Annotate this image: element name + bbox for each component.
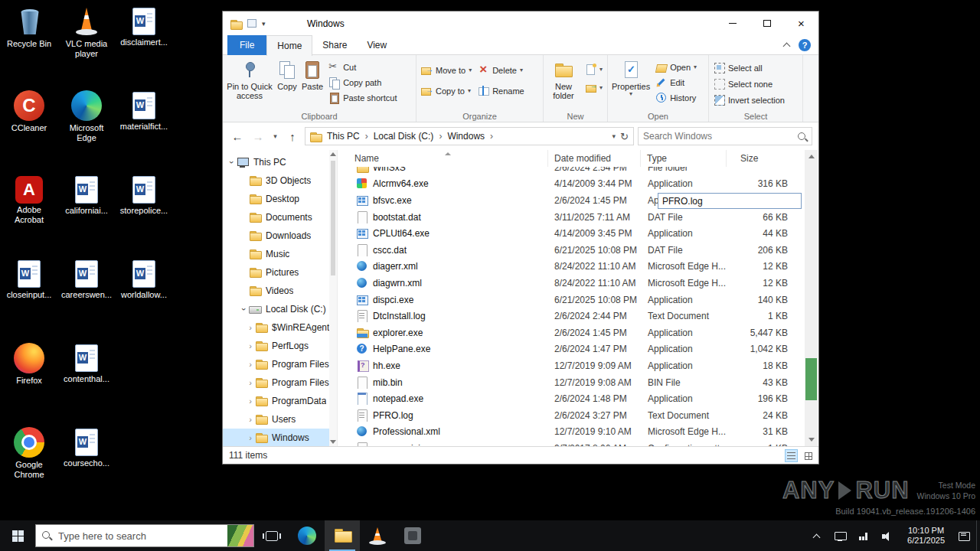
sidebar-item-music[interactable]: Music [223,245,330,263]
desktop-icon-californiai[interactable]: californiai... [59,174,114,254]
help-button[interactable]: ? [799,39,811,51]
invert-selection-button[interactable]: Invert selection [710,93,788,106]
edge-taskbar-button[interactable] [289,520,325,551]
desktop-icon-storepolice[interactable]: storepolice... [116,174,172,254]
action-center-button[interactable] [952,520,976,551]
sort-ascending-icon[interactable] [445,152,451,155]
properties-button[interactable]: Properties▾ [609,57,652,96]
select-none-button[interactable]: Select none [710,77,788,90]
expanded-arrow-icon[interactable]: › [240,305,249,314]
file-row-progress-ini[interactable]: progress.ini9/7/2017 8:06 AMConfiguratio… [338,440,803,446]
easy-access-button[interactable]: ▾ [582,81,606,94]
tab-file[interactable]: File [227,35,266,55]
ribbon-collapse-button[interactable] [784,41,789,49]
history-button[interactable]: History [652,91,700,104]
file-row-alcrmv64-exe[interactable]: Alcrmv64.exe4/14/2009 3:44 PMApplication… [338,176,803,193]
chevron-right-icon[interactable]: › [437,131,443,142]
chevron-right-icon[interactable]: › [488,131,495,142]
tab-home[interactable]: Home [266,35,312,56]
sidebar-item-users[interactable]: ›Users [223,410,330,429]
scroll-down-icon[interactable] [330,440,336,444]
show-desktop-button[interactable] [976,520,980,551]
icons-view-button[interactable] [802,449,815,462]
file-row-winsxs[interactable]: WinSxS2/6/2024 2:54 PMFile folder [338,167,803,176]
up-button[interactable]: ↑ [284,130,301,143]
maximize-button[interactable] [750,11,784,35]
volume-button[interactable] [876,520,900,551]
close-button[interactable]: × [784,11,818,35]
cut-button[interactable]: Cut [325,60,400,73]
file-row-cscc-dat[interactable]: cscc.dat6/21/2025 10:08 PMDAT File206 KB [338,242,803,259]
collapsed-arrow-icon[interactable]: › [246,360,255,369]
sidebar-item-programdata[interactable]: ›ProgramData [223,392,330,410]
file-row-bootstat-dat[interactable]: bootstat.dat3/11/2025 7:11 AMDAT File66 … [338,209,803,226]
collapsed-arrow-icon[interactable]: › [246,396,255,406]
file-row-mib-bin[interactable]: mib.bin12/7/2019 9:08 AMBIN File43 KB [338,374,803,391]
forward-button[interactable]: → [250,130,266,143]
desktop-icon-microsoft-edge[interactable]: Microsoft Edge [59,90,114,170]
new-item-button[interactable]: ▾ [582,63,606,76]
minimize-button[interactable] [715,11,750,35]
start-button[interactable] [0,520,35,551]
taskbar-clock[interactable]: 10:10 PM 6/21/2025 [900,526,952,546]
desktop-icon-closeinput[interactable]: closeinput... [2,259,57,338]
copy-button[interactable]: Copy [275,57,299,91]
file-explorer-taskbar-button[interactable] [325,520,360,551]
desktop-icon-contenthal[interactable]: contenthal... [59,343,114,422]
breadcrumb-item-local-disk-c[interactable]: Local Disk (C:) [370,129,438,143]
file-row-diagwrn-xml[interactable]: diagwrn.xml8/24/2022 11:10 AMMicrosoft E… [338,275,803,292]
sidebar-item-windows[interactable]: ›Windows [223,429,330,446]
desktop-icon-adobe-acrobat[interactable]: Adobe Acrobat [2,174,57,254]
select-all-button[interactable]: Select all [710,61,788,74]
task-view-button[interactable] [254,520,289,551]
file-list-scrollbar[interactable] [805,150,818,446]
copy-to-button[interactable]: Copy to▾ [418,84,475,97]
column-header-type[interactable]: Type [641,150,727,167]
title-bar[interactable]: ▾ Windows × [223,11,818,35]
back-button[interactable]: ← [229,130,246,143]
search-input[interactable] [639,131,812,142]
sidebar-item-pictures[interactable]: Pictures [223,263,330,282]
collapsed-arrow-icon[interactable]: › [246,378,255,387]
file-row-hh-exe[interactable]: hh.exe12/7/2019 9:09 AMApplication18 KB [338,357,803,374]
hidden-icons-button[interactable] [805,520,828,551]
qat-button-icon[interactable] [247,19,256,28]
file-row-notepad-exe[interactable]: notepad.exe2/6/2024 1:48 PMApplication19… [338,390,803,407]
sidebar-item-program-files[interactable]: ›Program Files [223,373,330,392]
chevron-right-icon[interactable]: › [364,131,370,142]
file-row-dispci-exe[interactable]: dispci.exe6/21/2025 10:08 PMApplication1… [338,292,803,308]
collapsed-arrow-icon[interactable]: › [246,341,255,350]
tab-share[interactable]: Share [312,35,357,55]
desktop-icon-worldallow[interactable]: worldallow... [116,259,172,338]
breadcrumb-item-windows[interactable]: Windows [443,129,488,143]
collapsed-arrow-icon[interactable]: › [246,415,255,424]
search-box[interactable] [638,127,812,145]
network-button[interactable] [852,520,876,551]
move-to-button[interactable]: Move to▾ [418,64,475,77]
desktop-icon-materialfict[interactable]: materialfict... [116,90,172,170]
search-highlight-image[interactable] [227,525,253,546]
desktop-icon-recycle-bin[interactable]: Recycle Bin [2,6,57,86]
column-header-name[interactable]: Name [338,150,548,167]
taskbar-search-input[interactable] [58,530,227,542]
search-icon[interactable] [797,132,808,142]
tab-view[interactable]: View [357,35,397,55]
taskbar-search[interactable] [35,524,254,547]
sidebar-item-3d-objects[interactable]: 3D Objects [223,171,330,190]
nav-scrollbar-thumb[interactable] [331,161,335,276]
sidebar-item-desktop[interactable]: Desktop [223,190,330,208]
scrollbar-thumb[interactable] [805,358,817,400]
sidebar-item-local-disk-c[interactable]: ›Local Disk (C:) [223,300,330,318]
sidebar-item-program-files[interactable]: ›Program Files [223,355,330,373]
refresh-icon[interactable]: ↻ [620,131,629,142]
column-header-date-modified[interactable]: Date modified [548,150,641,167]
rename-edit-box[interactable] [658,193,802,209]
sidebar-item-this-pc[interactable]: ›This PC [223,153,330,171]
collapsed-arrow-icon[interactable]: › [246,323,255,332]
edit-button[interactable]: Edit [652,76,700,89]
desktop-icon-careerswen[interactable]: careerswen... [59,259,114,338]
utility-taskbar-button[interactable] [395,520,430,551]
address-dropdown-icon[interactable]: ▾ [612,132,616,140]
scroll-up-icon[interactable] [330,152,336,156]
expanded-arrow-icon[interactable]: › [227,158,237,167]
